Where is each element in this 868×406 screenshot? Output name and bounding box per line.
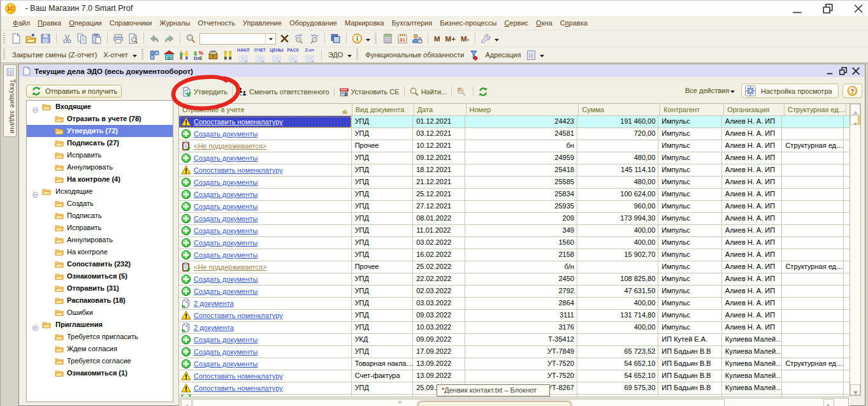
help-button[interactable]: ? [843, 83, 862, 98]
action-cell[interactable]: Создать документы [179, 273, 352, 286]
table-cell[interactable]: Кулиева Малей… [722, 370, 783, 382]
table-cell[interactable]: УПД [352, 273, 414, 286]
table-cell[interactable]: Товарная накла… [352, 358, 414, 370]
tree-item[interactable]: На контроле [27, 246, 173, 258]
menu-item-отчетность[interactable]: Отчетность [198, 19, 235, 27]
collapse-icon[interactable] [33, 104, 38, 110]
column-header[interactable]: Дата [414, 104, 467, 115]
table-cell[interactable] [782, 201, 844, 213]
table-row[interactable]: Сопоставить номенклатуруУПД01.12.2021244… [179, 116, 850, 128]
table-cell[interactable]: ИП Бадьин В.В [658, 382, 722, 395]
addressing-button[interactable]: Адресация [485, 51, 521, 59]
action-link[interactable]: Сопоставить номенклатуру [194, 166, 283, 174]
menu-item-сервис[interactable]: Сервис [504, 19, 528, 27]
tree-item[interactable]: Требуется согласие [27, 355, 173, 367]
copy-windows-icon[interactable] [330, 33, 341, 44]
chevron-down-icon[interactable] [494, 37, 500, 43]
table-cell[interactable]: 2864 [465, 298, 577, 310]
menu-item-маркировка[interactable]: Маркировка [345, 19, 384, 27]
tree-item[interactable]: На контроле (4) [27, 173, 173, 185]
table-row[interactable]: Создать документыУПД09.12.202124959480,0… [179, 152, 850, 164]
table-cell[interactable]: 13.09.2022 [413, 358, 465, 370]
table-cell[interactable]: 25418 [465, 164, 577, 177]
chevron-down-icon[interactable] [365, 37, 371, 43]
table-cell[interactable]: УТ-7520 [465, 370, 577, 382]
tree-item[interactable]: Распаковать (18) [27, 294, 173, 307]
action-cell[interactable]: Создать документы [179, 177, 352, 189]
addressing-icon[interactable] [526, 50, 537, 61]
action-link[interactable]: Создать документы [194, 239, 257, 247]
table-cell[interactable] [782, 382, 844, 395]
table-cell[interactable]: УПД [352, 225, 414, 237]
table-cell[interactable]: 65 723,52 [577, 346, 658, 358]
action-cell[interactable]: Создать документы [179, 334, 352, 346]
action-cell[interactable]: Создать документы [179, 189, 352, 201]
table-cell[interactable] [782, 189, 844, 201]
invoice-report-button[interactable]: НАКЛ [236, 48, 250, 61]
table-row[interactable]: Создать документыУПД08.01.2022209173 994… [179, 213, 850, 225]
column-header[interactable]: Сумма [579, 104, 660, 115]
table-cell[interactable]: Алиев Н. А. ИП [722, 322, 783, 334]
table-cell[interactable]: Счет-фактура [352, 370, 414, 382]
action-link[interactable]: Создать документы [194, 130, 257, 138]
table-cell[interactable]: 108 825,80 [577, 273, 658, 286]
store-icon[interactable] [164, 50, 175, 61]
collapse-icon[interactable] [33, 322, 38, 328]
table-cell[interactable]: УПД [352, 128, 414, 140]
search-input[interactable] [200, 34, 265, 44]
functional-duties-button[interactable]: Функциональные обязанности [365, 51, 464, 59]
tree-item[interactable]: Аннулировать [27, 234, 173, 246]
table-cell[interactable]: Прочее [352, 140, 414, 152]
expense-report-button[interactable]: РАСХ [286, 48, 300, 61]
table-cell[interactable] [782, 298, 844, 310]
window-minimize-button[interactable] [824, 66, 837, 76]
table-cell[interactable] [782, 334, 844, 346]
table-cell[interactable]: 2158 [465, 249, 577, 261]
table-cell[interactable]: 24959 [465, 152, 577, 164]
sidebar-tab-current-tasks[interactable]: Текущие задачи [3, 64, 17, 137]
table-cell[interactable]: Кулиева Малей… [722, 334, 783, 346]
action-link[interactable]: Сопоставить номенклатуру [194, 312, 283, 319]
table-cell[interactable]: Структурная ед… [782, 358, 844, 370]
table-cell[interactable]: 100 624,00 [577, 189, 658, 201]
table-cell[interactable]: Алиев Н. А. ИП [722, 201, 783, 213]
table-cell[interactable]: 16.02.2022 [413, 249, 465, 261]
table-row[interactable]: Создать документыУПД11.01.2022349400,00И… [179, 225, 850, 237]
table-cell[interactable] [782, 273, 844, 286]
table-cell[interactable] [352, 395, 414, 397]
table-cell[interactable] [782, 286, 844, 298]
table-cell[interactable]: Импульс [658, 140, 722, 152]
table-cell[interactable]: Алиев Н. А. ИП [722, 152, 783, 164]
app-minimize-button[interactable] [790, 1, 805, 17]
tree-item[interactable]: Требуется пригласить [27, 331, 173, 343]
table-cell[interactable] [782, 164, 844, 177]
table-cell[interactable]: 13.09.2022 [413, 370, 465, 382]
table-cell[interactable]: 10.12.2021 [413, 140, 465, 152]
action-cell[interactable] [179, 395, 352, 397]
chevron-down-icon[interactable] [539, 53, 545, 59]
table-cell[interactable]: 145 114,10 [577, 164, 658, 177]
action-link[interactable]: Создать документы [194, 275, 257, 283]
action-cell[interactable]: Сопоставить номенклатуру [179, 310, 352, 322]
table-cell[interactable]: УПД [352, 189, 414, 201]
table-cell[interactable]: 400,00 [577, 322, 658, 334]
table-cell[interactable]: 1560 [465, 237, 577, 249]
tree-item[interactable]: Создать [27, 198, 173, 210]
table-cell[interactable]: Импульс [658, 322, 722, 334]
action-link[interactable]: Создать документы [194, 203, 257, 210]
table-cell[interactable]: бн [465, 140, 577, 152]
table-row[interactable]: 2 документаУПД03.03.20222864400,00Импуль… [179, 298, 850, 310]
table-cell[interactable] [782, 322, 844, 334]
table-cell[interactable] [782, 177, 844, 189]
undo-icon[interactable] [149, 33, 160, 44]
table-cell[interactable]: 25834 [465, 189, 577, 201]
table-cell[interactable]: 3111 [465, 310, 577, 322]
action-cell[interactable]: Создать документы [179, 358, 352, 370]
calendar-icon[interactable]: 31 [397, 33, 408, 44]
action-cell[interactable]: Сопоставить номенклатуру [179, 370, 352, 382]
menu-item-бухгалтерия[interactable]: Бухгалтерия [392, 19, 433, 27]
table-cell[interactable] [722, 395, 783, 397]
table-cell[interactable]: Алиев Н. А. ИП [722, 213, 783, 225]
table-cell[interactable]: Алиев Н. А. ИП [722, 261, 783, 273]
paste-icon[interactable] [91, 33, 102, 44]
